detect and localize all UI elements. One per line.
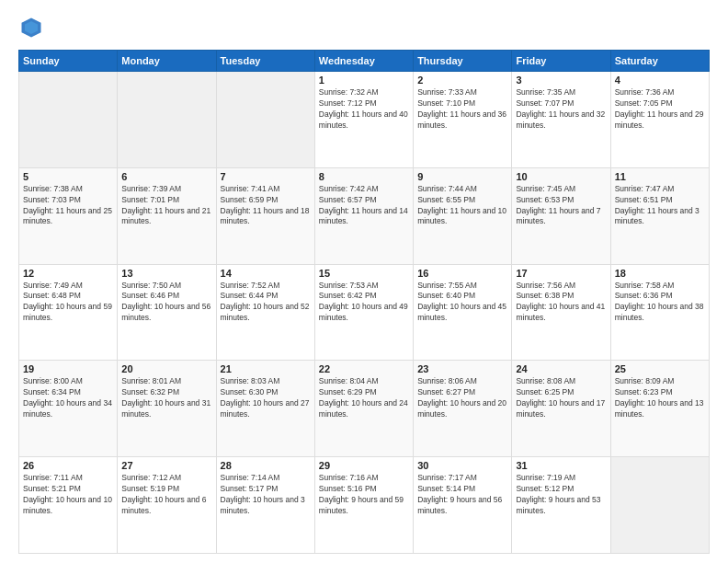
calendar-cell: 4Sunrise: 7:36 AMSunset: 7:05 PMDaylight… (610, 72, 709, 168)
calendar-cell: 26Sunrise: 7:11 AMSunset: 5:21 PMDayligh… (19, 457, 118, 554)
day-number: 25 (615, 363, 705, 374)
cell-info: Sunrise: 7:14 AMSunset: 5:17 PMDaylight:… (221, 473, 311, 517)
logo (18, 15, 48, 40)
calendar-cell: 8Sunrise: 7:42 AMSunset: 6:57 PMDaylight… (314, 167, 413, 264)
cell-info: Sunrise: 7:11 AMSunset: 5:21 PMDaylight:… (23, 473, 113, 517)
cell-info: Sunrise: 7:53 AMSunset: 6:42 PMDaylight:… (319, 281, 409, 325)
day-number: 29 (319, 460, 409, 471)
day-number: 31 (516, 460, 606, 471)
calendar-cell: 30Sunrise: 7:17 AMSunset: 5:14 PMDayligh… (414, 457, 512, 554)
day-number: 7 (221, 171, 311, 182)
calendar-week-3: 12Sunrise: 7:49 AMSunset: 6:48 PMDayligh… (19, 264, 710, 361)
calendar-cell: 21Sunrise: 8:03 AMSunset: 6:30 PMDayligh… (216, 361, 314, 457)
calendar-cell: 24Sunrise: 8:08 AMSunset: 6:25 PMDayligh… (512, 361, 610, 457)
day-number: 22 (319, 363, 409, 374)
day-number: 11 (615, 171, 705, 182)
calendar-cell: 5Sunrise: 7:38 AMSunset: 7:03 PMDaylight… (19, 167, 118, 264)
day-number: 27 (121, 460, 211, 471)
day-number: 24 (516, 363, 606, 374)
calendar-header-row: SundayMondayTuesdayWednesdayThursdayFrid… (19, 51, 710, 72)
calendar-week-1: 1Sunrise: 7:32 AMSunset: 7:12 PMDaylight… (19, 72, 710, 168)
calendar-cell (19, 72, 118, 168)
day-number: 19 (23, 363, 113, 374)
day-number: 20 (121, 363, 211, 374)
calendar-cell: 25Sunrise: 8:09 AMSunset: 6:23 PMDayligh… (610, 361, 709, 457)
page: SundayMondayTuesdayWednesdayThursdayFrid… (0, 0, 728, 563)
cell-info: Sunrise: 8:01 AMSunset: 6:32 PMDaylight:… (121, 376, 211, 420)
cell-info: Sunrise: 7:50 AMSunset: 6:46 PMDaylight:… (121, 281, 211, 325)
weekday-header-monday: Monday (118, 51, 216, 72)
cell-info: Sunrise: 7:36 AMSunset: 7:05 PMDaylight:… (615, 87, 705, 132)
day-number: 4 (615, 75, 705, 86)
calendar-cell: 20Sunrise: 8:01 AMSunset: 6:32 PMDayligh… (118, 361, 216, 457)
day-number: 3 (516, 75, 606, 86)
day-number: 13 (121, 268, 211, 279)
weekday-header-friday: Friday (512, 51, 610, 72)
calendar-cell: 27Sunrise: 7:12 AMSunset: 5:19 PMDayligh… (118, 457, 216, 554)
calendar-cell: 19Sunrise: 8:00 AMSunset: 6:34 PMDayligh… (19, 361, 118, 457)
header (18, 15, 710, 40)
day-number: 23 (417, 363, 507, 374)
calendar-cell: 31Sunrise: 7:19 AMSunset: 5:12 PMDayligh… (512, 457, 610, 554)
day-number: 9 (417, 171, 507, 182)
cell-info: Sunrise: 7:33 AMSunset: 7:10 PMDaylight:… (417, 87, 507, 132)
calendar-cell (216, 72, 314, 168)
calendar-week-5: 26Sunrise: 7:11 AMSunset: 5:21 PMDayligh… (19, 457, 710, 554)
cell-info: Sunrise: 7:55 AMSunset: 6:40 PMDaylight:… (417, 281, 507, 325)
cell-info: Sunrise: 8:03 AMSunset: 6:30 PMDaylight:… (221, 376, 311, 420)
cell-info: Sunrise: 8:00 AMSunset: 6:34 PMDaylight:… (23, 376, 113, 420)
cell-info: Sunrise: 7:58 AMSunset: 6:36 PMDaylight:… (615, 281, 705, 325)
day-number: 8 (319, 171, 409, 182)
day-number: 14 (221, 268, 311, 279)
cell-info: Sunrise: 7:49 AMSunset: 6:48 PMDaylight:… (23, 281, 113, 325)
calendar-cell: 3Sunrise: 7:35 AMSunset: 7:07 PMDaylight… (512, 72, 610, 168)
cell-info: Sunrise: 7:38 AMSunset: 7:03 PMDaylight:… (23, 184, 113, 228)
day-number: 28 (221, 460, 311, 471)
day-number: 18 (615, 268, 705, 279)
calendar-cell: 28Sunrise: 7:14 AMSunset: 5:17 PMDayligh… (216, 457, 314, 554)
day-number: 15 (319, 268, 409, 279)
day-number: 30 (417, 460, 507, 471)
cell-info: Sunrise: 7:32 AMSunset: 7:12 PMDaylight:… (319, 87, 409, 132)
calendar-cell: 13Sunrise: 7:50 AMSunset: 6:46 PMDayligh… (118, 264, 216, 361)
cell-info: Sunrise: 7:39 AMSunset: 7:01 PMDaylight:… (121, 184, 211, 228)
day-number: 16 (417, 268, 507, 279)
calendar-cell: 16Sunrise: 7:55 AMSunset: 6:40 PMDayligh… (414, 264, 512, 361)
calendar-cell: 1Sunrise: 7:32 AMSunset: 7:12 PMDaylight… (314, 72, 413, 168)
day-number: 12 (23, 268, 113, 279)
cell-info: Sunrise: 7:16 AMSunset: 5:16 PMDaylight:… (319, 473, 409, 517)
cell-info: Sunrise: 7:47 AMSunset: 6:51 PMDaylight:… (615, 184, 705, 228)
cell-info: Sunrise: 7:42 AMSunset: 6:57 PMDaylight:… (319, 184, 409, 228)
cell-info: Sunrise: 7:12 AMSunset: 5:19 PMDaylight:… (121, 473, 211, 517)
calendar-cell: 11Sunrise: 7:47 AMSunset: 6:51 PMDayligh… (610, 167, 709, 264)
calendar-week-4: 19Sunrise: 8:00 AMSunset: 6:34 PMDayligh… (19, 361, 710, 457)
calendar-week-2: 5Sunrise: 7:38 AMSunset: 7:03 PMDaylight… (19, 167, 710, 264)
calendar-table: SundayMondayTuesdayWednesdayThursdayFrid… (18, 50, 710, 554)
calendar-cell: 17Sunrise: 7:56 AMSunset: 6:38 PMDayligh… (512, 264, 610, 361)
weekday-header-saturday: Saturday (610, 51, 709, 72)
calendar-cell: 22Sunrise: 8:04 AMSunset: 6:29 PMDayligh… (314, 361, 413, 457)
cell-info: Sunrise: 7:52 AMSunset: 6:44 PMDaylight:… (221, 281, 311, 325)
day-number: 5 (23, 171, 113, 182)
calendar-cell: 15Sunrise: 7:53 AMSunset: 6:42 PMDayligh… (314, 264, 413, 361)
cell-info: Sunrise: 8:06 AMSunset: 6:27 PMDaylight:… (417, 376, 507, 420)
cell-info: Sunrise: 7:56 AMSunset: 6:38 PMDaylight:… (516, 281, 606, 325)
day-number: 2 (417, 75, 507, 86)
cell-info: Sunrise: 7:45 AMSunset: 6:53 PMDaylight:… (516, 184, 606, 228)
cell-info: Sunrise: 7:17 AMSunset: 5:14 PMDaylight:… (417, 473, 507, 517)
calendar-cell: 2Sunrise: 7:33 AMSunset: 7:10 PMDaylight… (414, 72, 512, 168)
calendar-cell: 12Sunrise: 7:49 AMSunset: 6:48 PMDayligh… (19, 264, 118, 361)
calendar-cell: 9Sunrise: 7:44 AMSunset: 6:55 PMDaylight… (414, 167, 512, 264)
calendar-cell: 29Sunrise: 7:16 AMSunset: 5:16 PMDayligh… (314, 457, 413, 554)
day-number: 26 (23, 460, 113, 471)
calendar-cell: 14Sunrise: 7:52 AMSunset: 6:44 PMDayligh… (216, 264, 314, 361)
cell-info: Sunrise: 8:04 AMSunset: 6:29 PMDaylight:… (319, 376, 409, 420)
day-number: 6 (121, 171, 211, 182)
cell-info: Sunrise: 7:35 AMSunset: 7:07 PMDaylight:… (516, 87, 606, 132)
calendar-cell: 23Sunrise: 8:06 AMSunset: 6:27 PMDayligh… (414, 361, 512, 457)
cell-info: Sunrise: 7:19 AMSunset: 5:12 PMDaylight:… (516, 473, 606, 517)
weekday-header-thursday: Thursday (414, 51, 512, 72)
cell-info: Sunrise: 8:09 AMSunset: 6:23 PMDaylight:… (615, 376, 705, 420)
cell-info: Sunrise: 7:44 AMSunset: 6:55 PMDaylight:… (417, 184, 507, 228)
weekday-header-sunday: Sunday (19, 51, 118, 72)
